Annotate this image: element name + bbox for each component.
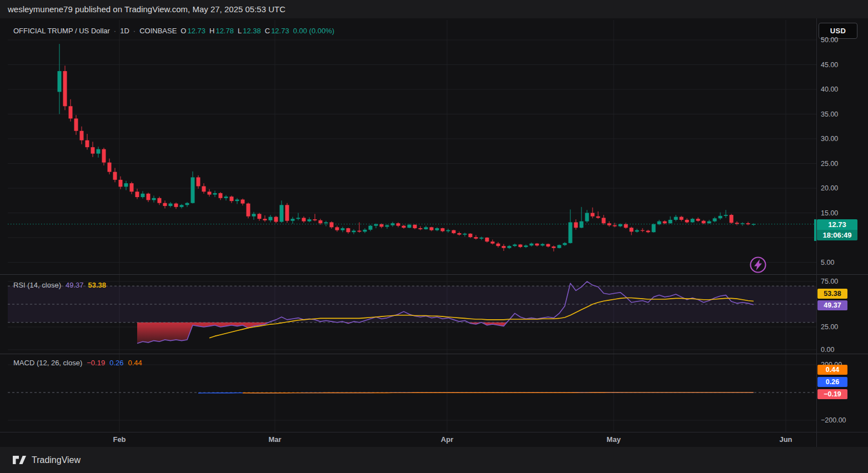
candle bbox=[474, 235, 478, 240]
macd-line-value: 0.26 bbox=[109, 359, 123, 367]
price-chart-canvas[interactable] bbox=[0, 0, 868, 473]
footer: TradingView bbox=[0, 447, 868, 473]
candle bbox=[724, 210, 728, 218]
candle bbox=[63, 66, 67, 110]
candle bbox=[402, 225, 406, 229]
candle bbox=[102, 148, 106, 165]
candle bbox=[352, 229, 356, 234]
candle bbox=[624, 223, 628, 229]
candle bbox=[424, 226, 428, 230]
candle bbox=[630, 227, 634, 235]
candle bbox=[430, 227, 434, 231]
candle bbox=[297, 213, 300, 220]
currency-toggle-button[interactable]: USD bbox=[819, 23, 857, 39]
candle bbox=[663, 220, 667, 224]
macd-signal-value: 0.44 bbox=[128, 359, 142, 367]
macd-signal-badge: 0.44 bbox=[817, 365, 847, 375]
candle bbox=[369, 225, 373, 232]
candle bbox=[563, 242, 567, 246]
candle bbox=[302, 217, 306, 223]
candle bbox=[241, 199, 245, 205]
candle bbox=[463, 233, 467, 236]
candle bbox=[158, 197, 162, 205]
candle bbox=[752, 223, 756, 225]
candle bbox=[91, 142, 95, 157]
candle bbox=[174, 203, 178, 209]
candle bbox=[347, 228, 350, 234]
macd-line-badge: 0.26 bbox=[817, 377, 847, 387]
macd-legend: MACD (12, 26, close) −0.19 0.26 0.44 bbox=[13, 359, 142, 367]
rsi-ma-badge: 53.38 bbox=[817, 289, 847, 299]
candle bbox=[708, 220, 711, 224]
candle bbox=[735, 222, 739, 225]
candle bbox=[580, 207, 584, 228]
interval-label[interactable]: 1D bbox=[120, 27, 129, 35]
candle bbox=[535, 243, 539, 246]
candle bbox=[258, 213, 262, 221]
legend-separator: · bbox=[133, 27, 136, 35]
candle bbox=[496, 242, 500, 248]
candle bbox=[224, 195, 228, 200]
candle bbox=[113, 168, 117, 183]
exchange-label[interactable]: COINBASE bbox=[139, 27, 177, 35]
rsi-legend-title[interactable]: RSI (14, close) bbox=[13, 281, 61, 289]
candle bbox=[285, 203, 289, 223]
macd-legend-title[interactable]: MACD (12, 26, close) bbox=[13, 359, 82, 367]
time-axis-border bbox=[0, 432, 868, 432]
current-price-badge: 12.73 18:06:49 bbox=[817, 219, 857, 240]
candle bbox=[719, 213, 723, 220]
candle bbox=[713, 217, 717, 223]
candle bbox=[363, 228, 367, 233]
candle bbox=[269, 215, 273, 222]
candle bbox=[219, 192, 223, 200]
flash-snapshot-icon[interactable] bbox=[747, 254, 769, 276]
candle bbox=[202, 183, 206, 194]
candle bbox=[641, 228, 645, 232]
candle bbox=[541, 243, 545, 246]
candle bbox=[124, 181, 128, 190]
candle bbox=[230, 195, 234, 203]
ohlc-close: C 12.73 bbox=[265, 27, 289, 35]
candle bbox=[341, 227, 345, 232]
candle bbox=[108, 159, 112, 174]
tradingview-snapshot: wesleymunene79 published on TradingView.… bbox=[0, 0, 868, 473]
candle bbox=[502, 244, 506, 251]
candle bbox=[213, 190, 217, 197]
ohlc-high: H 12.78 bbox=[209, 27, 234, 35]
symbol-title[interactable]: OFFICIAL TRUMP / US Dollar bbox=[13, 27, 110, 35]
candle bbox=[702, 220, 706, 224]
pane-separator-macd[interactable] bbox=[0, 354, 868, 354]
candle bbox=[208, 189, 212, 197]
candle bbox=[696, 218, 700, 222]
currency-label: USD bbox=[830, 27, 846, 35]
footer-brand[interactable]: TradingView bbox=[32, 455, 81, 465]
rsi-oversold-fill bbox=[137, 323, 269, 344]
candle bbox=[263, 215, 267, 222]
rsi-line-badge: 49.37 bbox=[817, 300, 847, 310]
pane-separator-rsi[interactable] bbox=[0, 274, 868, 275]
candle bbox=[585, 210, 589, 223]
legend-separator: · bbox=[114, 27, 116, 35]
candle bbox=[330, 222, 334, 229]
candle bbox=[335, 226, 339, 232]
candle bbox=[308, 218, 312, 223]
candle bbox=[385, 224, 389, 229]
change-value: 0.00 (0.00%) bbox=[293, 27, 334, 35]
candle bbox=[602, 215, 606, 225]
candle bbox=[669, 217, 673, 224]
candle bbox=[86, 134, 89, 149]
candle bbox=[419, 227, 423, 230]
candle bbox=[691, 218, 695, 223]
candle bbox=[141, 191, 145, 198]
candle bbox=[452, 230, 456, 234]
candle bbox=[508, 245, 511, 249]
tradingview-logo-icon[interactable] bbox=[12, 455, 27, 465]
candle bbox=[130, 182, 134, 194]
candle bbox=[435, 227, 439, 231]
candle bbox=[635, 229, 639, 233]
candle bbox=[180, 204, 184, 208]
candle bbox=[491, 240, 495, 245]
candle bbox=[646, 230, 650, 233]
candle bbox=[485, 237, 489, 243]
candle bbox=[680, 216, 684, 222]
